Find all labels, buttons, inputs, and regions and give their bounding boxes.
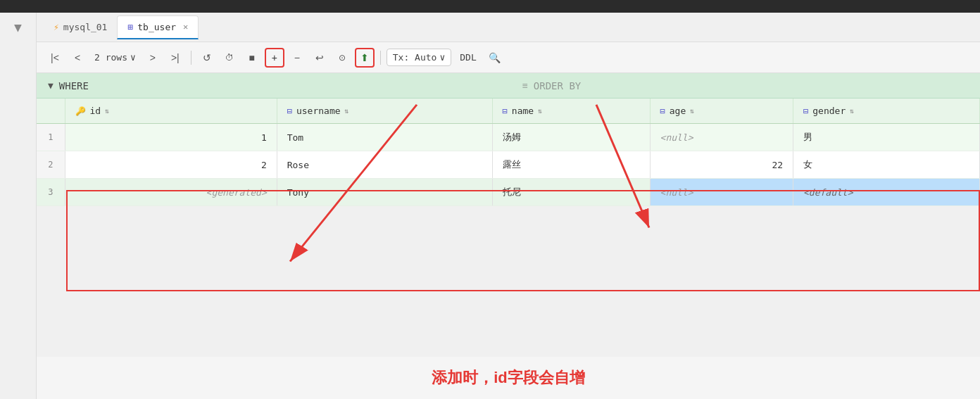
tab-mysql01-label: mysql_01 (63, 22, 108, 32)
age-db-icon: ⊟ (660, 106, 665, 116)
tab-bar: ⚡ mysql_01 ⊞ tb_user ✕ (37, 13, 980, 42)
col-header-age[interactable]: ⊟ age ⇅ (650, 99, 793, 124)
cell-username-2[interactable]: Rose (277, 151, 492, 179)
rows-label: 2 rows (94, 52, 127, 63)
gender-db-icon: ⊟ (803, 106, 808, 116)
prev-page-button[interactable]: < (68, 48, 87, 68)
left-sidebar: ▼ (0, 13, 37, 399)
col-name-sort[interactable]: ⇅ (538, 107, 542, 115)
revert-button[interactable]: ↩ (310, 48, 329, 68)
username-db-icon: ⊟ (287, 106, 292, 116)
cell-name-2[interactable]: 露丝 (492, 151, 650, 179)
refresh-button[interactable]: ↺ (197, 48, 217, 68)
cell-name-1[interactable]: 汤姆 (492, 124, 650, 151)
tab-close-icon[interactable]: ✕ (183, 22, 188, 32)
col-header-id[interactable]: 🔑 id ⇅ (65, 99, 277, 124)
col-name-label: name (512, 106, 534, 116)
tx-chevron-icon: ∨ (439, 52, 445, 63)
row-num-1: 1 (37, 124, 65, 151)
cell-username-3[interactable]: Tony (277, 179, 492, 206)
cell-age-2[interactable]: 22 (650, 151, 793, 179)
db-icon: ⚡ (54, 22, 59, 32)
ddl-button[interactable]: DDL (454, 49, 482, 65)
col-gender-label: gender (812, 106, 846, 116)
stop-button[interactable]: ■ (242, 48, 262, 68)
cell-age-3[interactable]: <null> (650, 179, 793, 206)
tab-tb-user[interactable]: ⊞ tb_user ✕ (117, 15, 199, 39)
cell-id-3[interactable]: <generated> (65, 179, 277, 206)
rows-chevron-icon: ∨ (130, 52, 136, 63)
col-header-name[interactable]: ⊟ name ⇅ (492, 99, 650, 124)
col-header-username[interactable]: ⊟ username ⇅ (277, 99, 492, 124)
name-db-icon: ⊟ (503, 106, 508, 116)
filter-bar: ▼ WHERE ≡ ORDER BY (37, 73, 980, 99)
annotation-text: 添加时，id字段会自增 (432, 367, 585, 388)
col-age-label: age (670, 106, 686, 116)
col-gender-sort[interactable]: ⇅ (850, 107, 854, 115)
last-page-button[interactable]: >| (165, 48, 185, 68)
toolbar: |< < 2 rows ∨ > >| ↺ ⏱ ■ + − ↩ ⊙ ⬆ Tx: A… (37, 42, 980, 73)
row-num-col-header (37, 99, 65, 124)
key-icon: 🔑 (75, 106, 86, 116)
annotation-bar: 添加时，id字段会自增 (37, 357, 980, 399)
table-row[interactable]: 2 2 Rose 露丝 22 女 (37, 151, 980, 179)
cell-gender-2[interactable]: 女 (793, 151, 980, 179)
cell-username-1[interactable]: Tom (277, 124, 492, 151)
col-username-label: username (296, 106, 341, 116)
ddl-label: DDL (460, 52, 476, 63)
row-num-2: 2 (37, 151, 65, 179)
row-num-3: 3 (37, 179, 65, 206)
data-table-wrapper: 🔑 id ⇅ ⊟ username ⇅ (37, 99, 980, 206)
where-label: WHERE (59, 80, 89, 91)
data-table: 🔑 id ⇅ ⊟ username ⇅ (37, 99, 980, 206)
toolbar-separator-1 (191, 51, 191, 65)
add-row-button[interactable]: + (265, 48, 284, 68)
history-button[interactable]: ⏱ (220, 48, 239, 68)
col-username-sort[interactable]: ⇅ (345, 107, 349, 115)
col-id-label: id (90, 106, 101, 116)
rows-dropdown[interactable]: 2 rows ∨ (90, 52, 140, 63)
upload-button[interactable]: ⬆ (355, 48, 375, 68)
cell-id-1[interactable]: 1 (65, 124, 277, 151)
sidebar-filter-icon[interactable]: ▼ (14, 20, 22, 34)
first-page-button[interactable]: |< (45, 48, 65, 68)
submit-filter-button[interactable]: ⊙ (332, 48, 352, 68)
search-button[interactable]: 🔍 (485, 48, 505, 68)
top-bar (0, 0, 980, 13)
col-id-sort[interactable]: ⇅ (105, 107, 109, 115)
tx-dropdown[interactable]: Tx: Auto ∨ (387, 49, 451, 66)
col-age-sort[interactable]: ⇅ (690, 107, 694, 115)
tab-tb-user-label: tb_user (137, 22, 176, 32)
order-by-label: ORDER BY (534, 80, 581, 91)
tab-mysql01[interactable]: ⚡ mysql_01 (44, 16, 117, 38)
cell-gender-3[interactable]: <default> (793, 179, 980, 206)
cell-age-1[interactable]: <null> (650, 124, 793, 151)
table-icon: ⊞ (127, 22, 133, 32)
cell-name-3[interactable]: 托尼 (492, 179, 650, 206)
table-row[interactable]: 1 1 Tom 汤姆 <null> 男 (37, 124, 980, 151)
cell-id-2[interactable]: 2 (65, 151, 277, 179)
filter-icon: ▼ (48, 80, 54, 91)
order-by-icon: ≡ (522, 80, 528, 91)
cell-gender-1[interactable]: 男 (793, 124, 980, 151)
toolbar-separator-2 (380, 51, 381, 65)
col-header-gender[interactable]: ⊟ gender ⇅ (793, 99, 980, 124)
delete-row-button[interactable]: − (287, 48, 307, 68)
tx-label: Tx: Auto (393, 52, 437, 63)
table-row[interactable]: 3 <generated> Tony 托尼 <null> <default> (37, 179, 980, 206)
next-page-button[interactable]: > (143, 48, 163, 68)
